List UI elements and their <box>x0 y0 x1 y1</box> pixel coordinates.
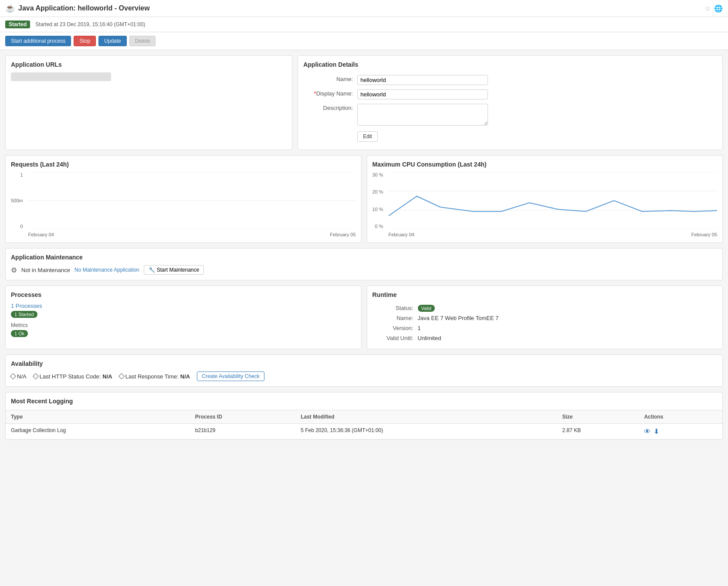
availability-panel: Availability N/A Last HTTP Status Code: … <box>5 354 723 387</box>
app-details-panel: Application Details Name: *Display Name:… <box>298 55 723 150</box>
started-badge: Started <box>5 20 30 28</box>
runtime-valid-until-label: Valid Until: <box>373 334 417 343</box>
avail-response-value: N/A <box>180 373 190 380</box>
display-name-label: *Display Name: <box>304 88 356 101</box>
processes-panel: Processes 1 Processes 1 Started Metrics … <box>5 286 362 349</box>
top-bar-right: ☆ 🌐 <box>704 4 723 13</box>
requests-y-500m: 500m <box>11 198 23 203</box>
action-icons: 👁 ⬇ <box>644 427 717 436</box>
runtime-table: Status: Valid Name: Java EE 7 Web Profil… <box>372 303 718 344</box>
log-type: Garbage Collection Log <box>6 424 190 440</box>
requests-y-axis: 1 500m 0 <box>11 172 25 229</box>
cpu-y-30: 30 % <box>372 172 383 177</box>
requests-x-left: February 04 <box>28 232 54 237</box>
requests-x-right: February 05 <box>330 232 356 237</box>
runtime-version-value: 1 <box>418 324 717 333</box>
requests-chart-title: Requests (Last 24h) <box>11 161 356 168</box>
avail-na-value: N/A <box>17 373 27 380</box>
name-input[interactable] <box>357 75 488 85</box>
started-count-badge: 1 Started <box>11 311 37 318</box>
maintenance-title: Application Maintenance <box>11 254 717 261</box>
metrics-ok-badge: 1 Ok <box>11 330 28 337</box>
row-1: Application URLs Application Details Nam… <box>5 55 723 150</box>
cpu-y-20: 20 % <box>372 189 383 194</box>
log-table: Type Process ID Last Modified Size Actio… <box>6 410 722 440</box>
cpu-x-axis: February 04 February 05 <box>389 232 717 237</box>
log-process-id: b21b129 <box>190 424 295 440</box>
app-icon: ☕ <box>5 3 15 13</box>
cpu-y-0: 0 % <box>372 224 383 229</box>
top-bar: ☕ Java Application: helloworld - Overvie… <box>0 0 728 17</box>
app-urls-title: Application URLs <box>11 61 287 68</box>
log-table-header: Type Process ID Last Modified Size Actio… <box>6 410 722 424</box>
logging-panel: Most Recent Logging Type Process ID Last… <box>5 392 723 440</box>
cpu-x-left: February 04 <box>389 232 414 237</box>
avail-response-item: Last Response Time: N/A <box>119 373 190 380</box>
runtime-status-badge: Valid <box>418 305 435 312</box>
avail-na-item: N/A <box>11 373 27 380</box>
cpu-svg <box>389 172 717 229</box>
requests-chart-panel: Requests (Last 24h) 1 500m 0 February 04 <box>5 155 362 243</box>
requests-chart-container: 1 500m 0 February 04 February 05 <box>11 172 356 237</box>
main-content: Application URLs Application Details Nam… <box>0 50 728 450</box>
maintenance-row: ⚙ Not in Maintenance No Maintenance Appl… <box>11 265 717 275</box>
cpu-x-right: February 05 <box>691 232 717 237</box>
started-at-text: Started at 23 Dec 2019, 15:16:40 (GMT+01… <box>35 21 145 27</box>
maintenance-panel: Application Maintenance ⚙ Not in Mainten… <box>5 248 723 280</box>
delete-button[interactable]: Delete <box>129 36 156 46</box>
not-in-maintenance-text: Not in Maintenance <box>21 267 70 273</box>
cpu-chart-area: February 04 February 05 <box>389 172 717 237</box>
cpu-y-axis: 30 % 20 % 10 % 0 % <box>372 172 385 229</box>
col-process-id: Process ID <box>190 410 295 424</box>
avail-http-value: N/A <box>102 373 112 380</box>
requests-chart-area: February 04 February 05 <box>28 172 356 237</box>
create-availability-check-button[interactable]: Create Availability Check <box>197 371 264 381</box>
globe-icon[interactable]: 🌐 <box>714 4 723 13</box>
top-bar-left: ☕ Java Application: helloworld - Overvie… <box>5 3 150 13</box>
row-3: Processes 1 Processes 1 Started Metrics … <box>5 286 723 349</box>
avail-http-label: Last HTTP Status Code: <box>40 373 101 380</box>
diamond-icon-2 <box>33 373 39 379</box>
cpu-chart-title: Maximum CPU Consumption (Last 24h) <box>372 161 718 168</box>
display-name-input[interactable] <box>357 89 488 99</box>
start-additional-button[interactable]: Start additional process <box>5 36 71 46</box>
availability-row: N/A Last HTTP Status Code: N/A Last Resp… <box>11 371 717 381</box>
stop-button[interactable]: Stop <box>74 36 96 46</box>
runtime-name-value: Java EE 7 Web Profile TomEE 7 <box>418 313 717 323</box>
diamond-icon-3 <box>119 373 125 379</box>
runtime-status-label: Status: <box>373 303 417 313</box>
detail-table: Name: *Display Name: Description: Edit <box>303 72 717 144</box>
description-input[interactable] <box>357 104 488 126</box>
avail-response-label: Last Response Time: <box>125 373 179 380</box>
requests-y-0: 0 <box>11 224 23 229</box>
update-button[interactable]: Update <box>98 36 127 46</box>
runtime-panel: Runtime Status: Valid Name: Java EE 7 We… <box>367 286 723 349</box>
app-details-title: Application Details <box>303 61 717 68</box>
wrench-icon: 🔧 <box>149 267 155 273</box>
status-section: Started Started at 23 Dec 2019, 15:16:40… <box>0 17 728 32</box>
runtime-valid-until-value: Unlimited <box>418 334 717 343</box>
table-row: Garbage Collection Log b21b129 5 Feb 202… <box>6 424 722 440</box>
col-actions: Actions <box>639 410 722 424</box>
star-icon[interactable]: ☆ <box>704 4 711 13</box>
url-placeholder <box>11 72 111 81</box>
view-icon[interactable]: 👁 <box>644 428 651 436</box>
requests-y-1: 1 <box>11 172 23 177</box>
col-size: Size <box>557 410 639 424</box>
requests-svg <box>28 172 356 229</box>
edit-button[interactable]: Edit <box>357 131 378 142</box>
runtime-version-label: Version: <box>373 324 417 333</box>
description-label: Description: <box>304 102 356 129</box>
no-maintenance-application-link[interactable]: No Maintenance Application <box>74 267 139 273</box>
processes-link[interactable]: 1 Processes <box>11 303 42 309</box>
avail-http-item: Last HTTP Status Code: N/A <box>34 373 112 380</box>
download-icon[interactable]: ⬇ <box>654 427 659 436</box>
row-2: Requests (Last 24h) 1 500m 0 February 04 <box>5 155 723 243</box>
cpu-y-10: 10 % <box>372 207 383 212</box>
app-urls-panel: Application URLs <box>5 55 292 150</box>
name-label: Name: <box>304 73 356 87</box>
page-title: Java Application: helloworld - Overview <box>18 4 150 12</box>
metrics-label: Metrics <box>11 322 356 328</box>
logging-title: Most Recent Logging <box>6 392 722 410</box>
start-maintenance-button[interactable]: 🔧 Start Maintenance <box>144 265 204 275</box>
